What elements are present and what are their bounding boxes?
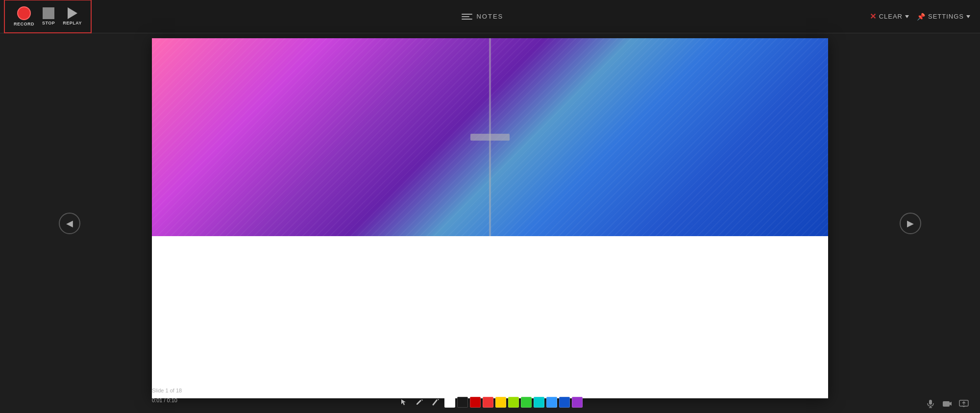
prev-arrow-icon: ◀ — [66, 218, 73, 229]
right-icons — [924, 397, 970, 410]
topbar: RECORD STOP REPLAY NOTES ✕ CLEAR 📌 SETTI… — [0, 0, 980, 33]
main-area: ◀ ▶ Slide 1 of 18 0:01 / 0:10 — [0, 33, 980, 413]
color-dark-red[interactable] — [470, 397, 481, 408]
slide-number: Slide 1 of 18 — [152, 388, 182, 393]
color-purple[interactable] — [572, 397, 583, 408]
stop-button[interactable]: STOP — [39, 5, 58, 27]
color-cyan[interactable] — [534, 397, 544, 408]
clear-button[interactable]: ✕ CLEAR — [870, 12, 909, 21]
record-group: RECORD STOP REPLAY — [4, 0, 92, 33]
replay-button[interactable]: REPLAY — [60, 5, 85, 27]
microphone-button[interactable] — [924, 397, 937, 410]
slide-image — [152, 38, 828, 236]
settings-button[interactable]: 📌 SETTINGS — [917, 13, 970, 21]
color-yellow[interactable] — [495, 397, 506, 408]
svg-marker-5 — [950, 402, 952, 406]
pen-tool[interactable] — [429, 395, 442, 409]
pointer-tool[interactable] — [397, 395, 411, 409]
settings-label: SETTINGS — [928, 13, 964, 20]
settings-dropdown-icon — [966, 15, 970, 18]
color-red[interactable] — [483, 397, 493, 408]
pencil-tool[interactable] — [413, 395, 427, 409]
slide-time-display: 0:01 / 0:10 — [152, 397, 177, 403]
color-light-green[interactable] — [508, 397, 519, 408]
record-label: RECORD — [14, 22, 34, 26]
clear-x-icon: ✕ — [870, 12, 877, 21]
next-slide-button[interactable]: ▶ — [900, 213, 921, 234]
color-blue[interactable] — [559, 397, 570, 408]
pin-icon: 📌 — [917, 13, 926, 21]
clear-dropdown-icon — [905, 15, 909, 18]
replay-label: REPLAY — [63, 21, 82, 25]
draw-toolbar — [397, 395, 583, 409]
topbar-right: ✕ CLEAR 📌 SETTINGS — [870, 12, 980, 21]
topbar-center: NOTES — [96, 13, 870, 20]
slide-center-bar — [470, 134, 510, 141]
slide-info: Slide 1 of 18 — [152, 388, 182, 393]
clear-label: CLEAR — [879, 13, 903, 20]
slide-content-area — [152, 236, 828, 398]
svg-point-0 — [433, 404, 434, 406]
color-green[interactable] — [521, 397, 532, 408]
svg-rect-4 — [943, 401, 950, 407]
color-light-blue[interactable] — [546, 397, 557, 408]
stop-icon — [43, 7, 54, 19]
color-white[interactable] — [444, 397, 455, 408]
replay-icon — [68, 7, 77, 19]
svg-rect-1 — [929, 400, 932, 405]
prev-slide-button[interactable]: ◀ — [59, 213, 80, 234]
slide-container — [152, 38, 828, 398]
stop-label: STOP — [42, 21, 55, 25]
color-black[interactable] — [457, 397, 468, 408]
record-button[interactable]: RECORD — [11, 4, 37, 28]
record-icon — [17, 6, 31, 20]
slide-time: 0:01 / 0:10 — [152, 397, 177, 403]
next-arrow-icon: ▶ — [907, 218, 914, 229]
notes-icon — [462, 14, 472, 20]
screen-share-button[interactable] — [957, 397, 970, 410]
notes-label: NOTES — [476, 13, 503, 20]
camera-button[interactable] — [941, 397, 954, 410]
